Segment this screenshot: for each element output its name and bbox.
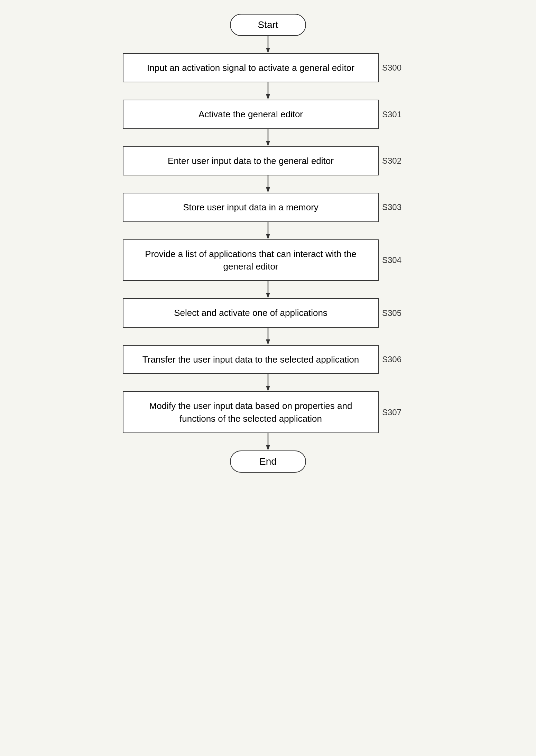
arrow-1	[264, 82, 272, 100]
step-S301-row: Activate the general editor S301	[112, 100, 424, 129]
svg-marker-17	[266, 445, 270, 450]
step-S306-label: S306	[382, 355, 413, 364]
step-S301-text: Activate the general editor	[198, 109, 303, 119]
step-S307-row: Modify the user input data based on prop…	[112, 391, 424, 433]
step-S306-text: Transfer the user input data to the sele…	[142, 354, 359, 365]
step-S305-row: Select and activate one of applications …	[112, 298, 424, 327]
end-terminal: End	[230, 450, 306, 473]
arrow-7	[264, 374, 272, 391]
step-S302-box: Enter user input data to the general edi…	[123, 146, 379, 175]
arrow-8	[264, 433, 272, 450]
step-S303-box: Store user input data in a memory	[123, 193, 379, 222]
step-S300-box: Input an activation signal to activate a…	[123, 53, 379, 82]
arrow-4	[264, 222, 272, 239]
svg-marker-13	[266, 339, 270, 345]
svg-marker-7	[266, 187, 270, 193]
step-S300-text: Input an activation signal to activate a…	[147, 63, 354, 73]
svg-marker-5	[266, 141, 270, 146]
svg-marker-1	[266, 48, 270, 53]
flowchart: Start Input an activation signal to acti…	[112, 14, 424, 473]
start-terminal: Start	[230, 14, 306, 36]
step-S305-text: Select and activate one of applications	[174, 308, 327, 318]
step-S300-label: S300	[382, 63, 413, 73]
svg-marker-9	[266, 234, 270, 239]
start-label: Start	[258, 19, 278, 30]
step-S301-label: S301	[382, 110, 413, 119]
arrow-5	[264, 281, 272, 298]
step-S302-text: Enter user input data to the general edi…	[168, 156, 334, 166]
step-S303-label: S303	[382, 202, 413, 212]
step-S304-box: Provide a list of applications that can …	[123, 239, 379, 281]
step-S304-text: Provide a list of applications that can …	[145, 249, 356, 272]
svg-marker-11	[266, 293, 270, 298]
step-S303-text: Store user input data in a memory	[183, 202, 318, 212]
arrow-3	[264, 175, 272, 193]
step-S302-label: S302	[382, 156, 413, 166]
step-S305-label: S305	[382, 308, 413, 318]
svg-marker-3	[266, 94, 270, 100]
step-S304-row: Provide a list of applications that can …	[112, 239, 424, 281]
end-label: End	[259, 456, 277, 467]
step-S300-row: Input an activation signal to activate a…	[112, 53, 424, 82]
svg-marker-15	[266, 386, 270, 391]
step-S304-label: S304	[382, 255, 413, 265]
arrow-2	[264, 129, 272, 146]
arrow-6	[264, 328, 272, 345]
step-S306-box: Transfer the user input data to the sele…	[123, 345, 379, 374]
step-S307-box: Modify the user input data based on prop…	[123, 391, 379, 433]
step-S303-row: Store user input data in a memory S303	[112, 193, 424, 222]
step-S305-box: Select and activate one of applications	[123, 298, 379, 327]
arrow-0	[264, 36, 272, 53]
step-S307-text: Modify the user input data based on prop…	[149, 401, 352, 423]
step-S307-label: S307	[382, 408, 413, 417]
step-S301-box: Activate the general editor	[123, 100, 379, 129]
step-S306-row: Transfer the user input data to the sele…	[112, 345, 424, 374]
step-S302-row: Enter user input data to the general edi…	[112, 146, 424, 175]
